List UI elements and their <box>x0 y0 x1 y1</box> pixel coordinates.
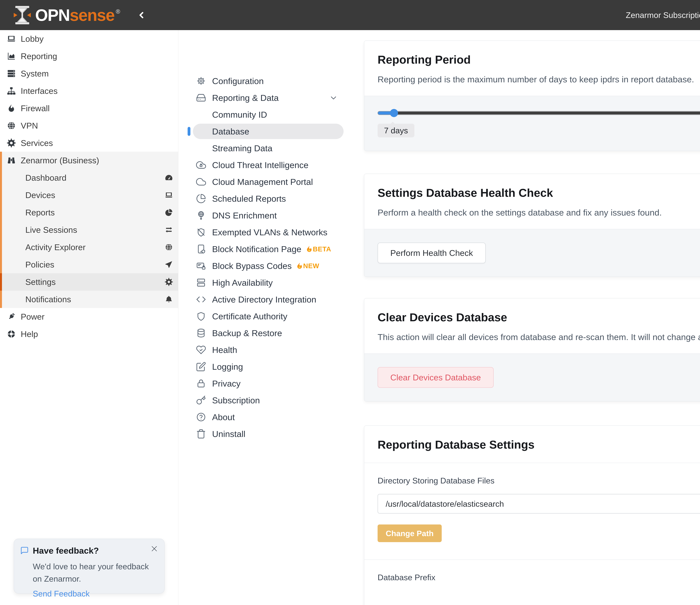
heart-icon <box>196 345 206 355</box>
settings-menu-item-configuration[interactable]: Configuration <box>178 73 364 89</box>
exchange-icon <box>165 226 173 234</box>
hard-drive-icon <box>196 93 206 103</box>
sidebar-subitem-reports[interactable]: Reports <box>0 204 178 221</box>
selected-subitem-bar <box>0 273 2 291</box>
globe-solid-icon <box>7 121 16 130</box>
card-health-check: Settings Database Health Check Perform a… <box>364 174 700 277</box>
feedback-widget: Have feedback? We'd love to hear your fe… <box>14 539 165 594</box>
change-path-button[interactable]: Change Path <box>378 525 442 542</box>
clear-devices-database-button[interactable]: Clear Devices Database <box>378 367 494 388</box>
settings-menu: ConfigurationReporting & DataCommunity I… <box>178 30 364 605</box>
binoculars-icon <box>7 156 16 165</box>
settings-menu-item-block-bypass-codes[interactable]: Block Bypass CodesNEW <box>178 258 364 274</box>
globe-solid-icon <box>165 243 173 251</box>
sidebar-item-zenarmor-business[interactable]: Zenarmor (Business) <box>0 152 178 169</box>
pie-solid-icon <box>165 208 173 217</box>
sidebar-collapse-icon[interactable] <box>136 10 146 20</box>
sidebar-item-reporting[interactable]: Reporting <box>0 47 178 65</box>
sidebar-subitem-settings[interactable]: Settings <box>0 273 178 291</box>
settings-menu-item-cloud-management-portal[interactable]: Cloud Management Portal <box>178 173 364 190</box>
settings-menu-item-block-notification-page[interactable]: Block Notification PageBETA <box>178 241 364 258</box>
sidebar-item-interfaces[interactable]: Interfaces <box>0 82 178 100</box>
bell-icon <box>165 295 173 304</box>
settings-menu-item-dns-enrichment[interactable]: DNS Enrichment <box>178 207 364 224</box>
settings-menu-item-subscription[interactable]: Subscription <box>178 392 364 409</box>
sidebar-item-lobby[interactable]: Lobby <box>0 30 178 47</box>
settings-menu-item-logging[interactable]: Logging <box>178 358 364 375</box>
section-divider <box>364 559 700 560</box>
sidebar-item-system[interactable]: System <box>0 65 178 82</box>
server-icon <box>7 69 16 78</box>
cloud-lock-icon <box>196 160 206 170</box>
settings-menu-item-streaming-data[interactable]: Streaming Data <box>178 140 364 156</box>
sidebar-subitem-notifications[interactable]: Notifications <box>0 291 178 308</box>
settings-menu-item-scheduled-reports[interactable]: Scheduled Reports <box>178 190 364 207</box>
sidebar-item-help[interactable]: Help <box>0 325 178 343</box>
brand-wordmark: OPNsense® <box>35 6 120 25</box>
sidebar-subitem-devices[interactable]: Devices <box>0 187 178 204</box>
slider-value-tooltip: 7 days <box>378 124 415 137</box>
settings-menu-item-backup-restore[interactable]: Backup & Restore <box>178 324 364 341</box>
tablet-shield-icon <box>196 244 206 254</box>
shield-icon <box>196 311 206 321</box>
feedback-bubble-icon <box>20 546 29 555</box>
slider-handle[interactable] <box>390 109 398 117</box>
clear-devices-description: This action will clear all devices from … <box>378 332 700 342</box>
settings-menu-item-exempted-vlans-networks[interactable]: Exempted VLANs & Networks <box>178 224 364 241</box>
badge-new: NEW <box>296 262 319 270</box>
settings-menu-item-database[interactable]: Database <box>178 123 364 140</box>
reporting-period-description: Reporting period is the maximum number o… <box>378 74 700 84</box>
sidebar-item-services[interactable]: Services <box>0 134 178 152</box>
settings-menu-item-health[interactable]: Health <box>178 341 364 358</box>
opnsense-logo[interactable]: OPNsense® <box>13 4 120 26</box>
gauge-icon <box>165 173 173 182</box>
feedback-body: We'd love to hear your feedback on Zenar… <box>33 560 152 585</box>
area-chart-icon <box>7 51 16 61</box>
directory-input[interactable] <box>378 494 700 513</box>
close-icon[interactable] <box>150 545 158 553</box>
lock-icon <box>196 379 206 388</box>
settings-menu-item-uninstall[interactable]: Uninstall <box>178 426 364 442</box>
sidebar-subitem-policies[interactable]: Policies <box>0 256 178 273</box>
selected-menu-indicator <box>188 127 191 136</box>
topbar-right: Zenarmor Subscription: Business root@OPN… <box>626 7 700 23</box>
slider-track[interactable] <box>378 111 700 115</box>
plug-icon <box>7 312 16 321</box>
reporting-period-title: Reporting Period <box>378 53 700 66</box>
cloud-icon <box>196 177 206 187</box>
sidebar-subitem-live-sessions[interactable]: Live Sessions <box>0 221 178 239</box>
perform-health-check-button[interactable]: Perform Health Check <box>378 243 486 263</box>
flame-icon <box>296 262 303 269</box>
subscription-status: Zenarmor Subscription: Business <box>626 10 700 20</box>
card-reporting-period: Reporting Period Reporting period is the… <box>364 41 700 151</box>
settings-menu-item-privacy[interactable]: Privacy <box>178 375 364 392</box>
directory-label: Directory Storing Database Files <box>378 476 495 485</box>
settings-menu-item-certificate-authority[interactable]: Certificate Authority <box>178 308 364 324</box>
settings-menu-item-active-directory-integration[interactable]: Active Directory Integration <box>178 291 364 308</box>
sidebar-item-firewall[interactable]: Firewall <box>0 100 178 117</box>
shield-off-icon <box>196 227 206 237</box>
settings-menu-item-cloud-threat-intelligence[interactable]: Cloud Threat Intelligence <box>178 156 364 173</box>
flame-icon <box>306 245 313 252</box>
send-feedback-link[interactable]: Send Feedback <box>33 589 90 598</box>
sidebar-item-power[interactable]: Power <box>0 308 178 325</box>
trash-icon <box>196 429 206 439</box>
sidebar-subitem-activity-explorer[interactable]: Activity Explorer <box>0 239 178 256</box>
card-lock-icon <box>196 261 206 271</box>
clear-devices-title: Clear Devices Database <box>378 311 700 324</box>
globe-node-icon <box>196 210 206 220</box>
sidebar-item-vpn[interactable]: VPN <box>0 117 178 134</box>
help-circle-icon <box>196 412 206 422</box>
settings-menu-item-high-availability[interactable]: High Availability <box>178 274 364 291</box>
settings-menu-item-community-id[interactable]: Community ID <box>178 106 364 123</box>
topbar: OPNsense® Zenarmor Subscription: Busines… <box>0 0 700 30</box>
life-ring-icon <box>7 330 16 339</box>
card-clear-devices: Clear Devices Database This action will … <box>364 298 700 402</box>
settings-menu-item-reporting-data[interactable]: Reporting & Data <box>178 89 364 106</box>
health-check-description: Perform a health check on the settings d… <box>378 208 700 217</box>
laptop-icon <box>7 34 16 43</box>
gear-solid-icon <box>7 138 16 148</box>
sidebar-subitem-dashboard[interactable]: Dashboard <box>0 169 178 187</box>
chevron-down-icon[interactable] <box>329 93 338 102</box>
settings-menu-item-about[interactable]: About <box>178 409 364 426</box>
